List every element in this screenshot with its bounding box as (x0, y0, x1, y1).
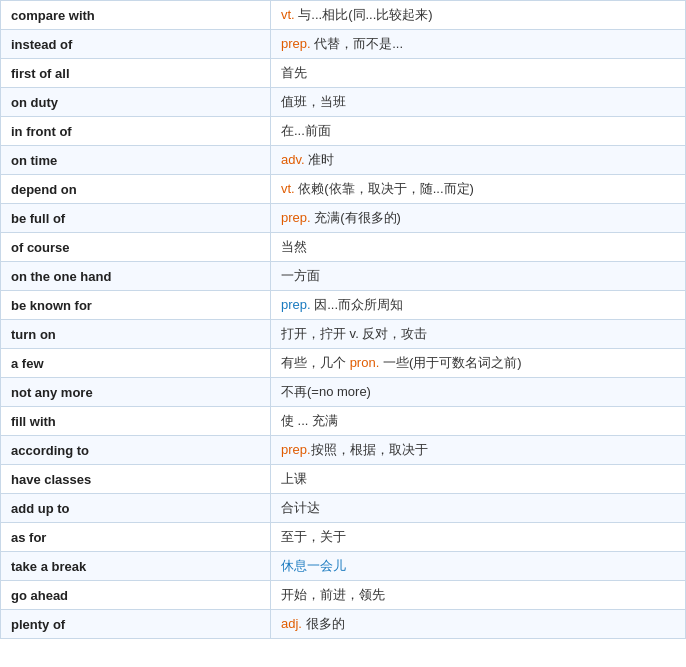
definition-cell: prep. 代替，而不是... (271, 30, 686, 59)
definition-cell: 不再(=no more) (271, 378, 686, 407)
phrase-cell: be full of (1, 204, 271, 233)
phrase-cell: compare with (1, 1, 271, 30)
definition-cell: 一方面 (271, 262, 686, 291)
definition-cell: vt. 依赖(依靠，取决于，随...而定) (271, 175, 686, 204)
definition-cell: prep. 充满(有很多的) (271, 204, 686, 233)
phrase-cell: of course (1, 233, 271, 262)
phrase-table: compare with vt. 与...相比(同...比较起来) instea… (0, 0, 686, 639)
definition-cell: 在...前面 (271, 117, 686, 146)
definition-cell: adj. 很多的 (271, 610, 686, 639)
phrase-cell: in front of (1, 117, 271, 146)
definition-cell: 至于，关于 (271, 523, 686, 552)
phrase-cell: first of all (1, 59, 271, 88)
phrase-cell: take a break (1, 552, 271, 581)
phrase-cell: plenty of (1, 610, 271, 639)
definition-cell: 有些，几个 pron. 一些(用于可数名词之前) (271, 349, 686, 378)
definition-cell: 使 ... 充满 (271, 407, 686, 436)
definition-cell: prep.按照，根据，取决于 (271, 436, 686, 465)
definition-cell: prep. 因...而众所周知 (271, 291, 686, 320)
phrase-cell: as for (1, 523, 271, 552)
definition-cell: 当然 (271, 233, 686, 262)
definition-cell: 打开，拧开 v. 反对，攻击 (271, 320, 686, 349)
phrase-cell: be known for (1, 291, 271, 320)
definition-cell: adv. 准时 (271, 146, 686, 175)
definition-cell: 开始，前进，领先 (271, 581, 686, 610)
phrase-cell: on time (1, 146, 271, 175)
phrase-cell: according to (1, 436, 271, 465)
phrase-cell: depend on (1, 175, 271, 204)
phrase-cell: on the one hand (1, 262, 271, 291)
phrase-cell: instead of (1, 30, 271, 59)
phrase-cell: have classes (1, 465, 271, 494)
definition-cell: 合计达 (271, 494, 686, 523)
phrase-cell: go ahead (1, 581, 271, 610)
definition-cell: 值班，当班 (271, 88, 686, 117)
definition-cell: vt. 与...相比(同...比较起来) (271, 1, 686, 30)
phrase-cell: on duty (1, 88, 271, 117)
definition-cell: 上课 (271, 465, 686, 494)
definition-cell: 首先 (271, 59, 686, 88)
phrase-cell: not any more (1, 378, 271, 407)
phrase-cell: add up to (1, 494, 271, 523)
phrase-cell: turn on (1, 320, 271, 349)
definition-cell: 休息一会儿 (271, 552, 686, 581)
phrase-cell: fill with (1, 407, 271, 436)
phrase-cell: a few (1, 349, 271, 378)
